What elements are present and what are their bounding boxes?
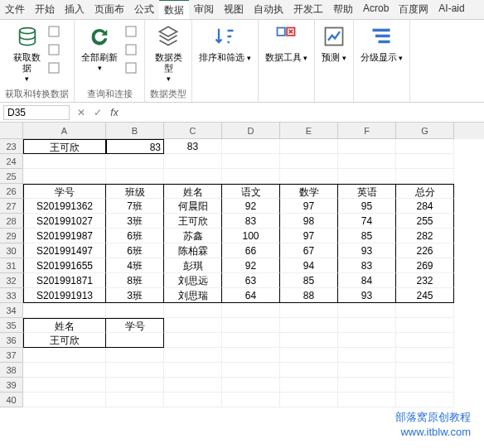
cell-A25[interactable] [23, 169, 106, 184]
cell-D23[interactable] [222, 139, 280, 154]
cell-C24[interactable] [164, 154, 222, 169]
row-header-29[interactable]: 29 [0, 229, 23, 243]
cell-G40[interactable] [396, 393, 454, 407]
tab-6[interactable]: 审阅 [189, 0, 219, 19]
formula-input[interactable] [123, 106, 484, 119]
cell-F38[interactable] [338, 363, 396, 378]
cell-B27[interactable]: 7班 [106, 199, 164, 214]
cell-F39[interactable] [338, 378, 396, 393]
cell-E31[interactable]: 94 [280, 258, 338, 273]
cell-B32[interactable]: 8班 [106, 273, 164, 288]
ribbon-small-button[interactable] [123, 41, 139, 58]
cell-A29[interactable]: S201991987 [23, 229, 106, 243]
ribbon-small-button[interactable] [46, 23, 62, 40]
tab-9[interactable]: 开发工 [288, 0, 328, 19]
cell-G38[interactable] [396, 363, 454, 378]
col-header-A[interactable]: A [23, 123, 106, 139]
name-box[interactable] [3, 105, 70, 120]
cell-B34[interactable] [106, 303, 164, 318]
row-header-35[interactable]: 35 [0, 318, 23, 333]
cell-C36[interactable] [164, 333, 222, 348]
cell-F27[interactable]: 95 [338, 199, 396, 214]
cell-A37[interactable] [23, 348, 106, 363]
tab-2[interactable]: 插入 [60, 0, 90, 19]
fx-icon[interactable]: fx [106, 107, 123, 118]
row-header-28[interactable]: 28 [0, 214, 23, 229]
cell-B30[interactable]: 6班 [106, 243, 164, 258]
cell-D34[interactable] [222, 303, 280, 318]
row-header-27[interactable]: 27 [0, 199, 23, 214]
tab-7[interactable]: 视图 [219, 0, 249, 19]
cell-D33[interactable]: 64 [222, 288, 280, 303]
tab-5[interactable]: 数据 [159, 0, 189, 19]
cell-A40[interactable] [23, 393, 106, 407]
cell-F37[interactable] [338, 348, 396, 363]
cell-F40[interactable] [338, 393, 396, 407]
datatype-button[interactable]: 数据类 型 ▾ [153, 23, 184, 86]
row-header-39[interactable]: 39 [0, 378, 23, 393]
cell-D27[interactable]: 92 [222, 199, 280, 214]
cell-E30[interactable]: 67 [280, 243, 338, 258]
row-header-30[interactable]: 30 [0, 243, 23, 258]
row-header-38[interactable]: 38 [0, 363, 23, 378]
cell-E37[interactable] [280, 348, 338, 363]
cell-D24[interactable] [222, 154, 280, 169]
cell-B36[interactable] [106, 333, 164, 348]
forecast-button[interactable]: 预测 ▾ [320, 23, 348, 65]
cell-F23[interactable] [338, 139, 396, 154]
cell-E25[interactable] [280, 169, 338, 184]
col-header-F[interactable]: F [338, 123, 396, 139]
cell-F25[interactable] [338, 169, 396, 184]
cell-C25[interactable] [164, 169, 222, 184]
cell-A28[interactable]: S201991027 [23, 214, 106, 229]
cell-G34[interactable] [396, 303, 454, 318]
ribbon-small-button[interactable] [46, 41, 62, 58]
row-header-23[interactable]: 23 [0, 139, 23, 154]
cell-D37[interactable] [222, 348, 280, 363]
cell-C35[interactable] [164, 318, 222, 333]
cell-A27[interactable]: S201991362 [23, 199, 106, 214]
cell-C28[interactable]: 王可欣 [164, 214, 222, 229]
cell-C26[interactable]: 姓名 [164, 184, 222, 199]
cell-E40[interactable] [280, 393, 338, 407]
cell-G23[interactable] [396, 139, 454, 154]
ribbon-small-button[interactable] [46, 60, 62, 76]
cell-D30[interactable]: 66 [222, 243, 280, 258]
cell-D28[interactable]: 83 [222, 214, 280, 229]
col-header-D[interactable]: D [222, 123, 280, 139]
cell-E33[interactable]: 88 [280, 288, 338, 303]
tab-1[interactable]: 开始 [30, 0, 60, 19]
row-header-31[interactable]: 31 [0, 258, 23, 273]
cell-C38[interactable] [164, 363, 222, 378]
cell-C23[interactable]: 83 [164, 139, 222, 154]
cell-E28[interactable]: 98 [280, 214, 338, 229]
refresh-button[interactable]: 全部刷新 ▾ [80, 23, 119, 75]
col-header-G[interactable]: G [396, 123, 454, 139]
cell-B26[interactable]: 班级 [106, 184, 164, 199]
row-header-25[interactable]: 25 [0, 169, 23, 184]
cell-C27[interactable]: 何晨阳 [164, 199, 222, 214]
tab-8[interactable]: 自动执 [249, 0, 288, 19]
cell-D35[interactable] [222, 318, 280, 333]
cell-B25[interactable] [106, 169, 164, 184]
row-header-37[interactable]: 37 [0, 348, 23, 363]
cell-G39[interactable] [396, 378, 454, 393]
cell-G35[interactable] [396, 318, 454, 333]
cell-A23[interactable]: 王可欣 [23, 139, 106, 154]
cell-G37[interactable] [396, 348, 454, 363]
cell-G26[interactable]: 总分 [396, 184, 454, 199]
cell-A33[interactable]: S201991913 [23, 288, 106, 303]
cell-F33[interactable]: 93 [338, 288, 396, 303]
row-header-32[interactable]: 32 [0, 273, 23, 288]
tab-4[interactable]: 公式 [129, 0, 159, 19]
cell-F35[interactable] [338, 318, 396, 333]
cell-B37[interactable] [106, 348, 164, 363]
cell-D40[interactable] [222, 393, 280, 407]
col-header-B[interactable]: B [106, 123, 164, 139]
cell-A32[interactable]: S201991871 [23, 273, 106, 288]
col-header-E[interactable]: E [280, 123, 338, 139]
col-header-C[interactable]: C [164, 123, 222, 139]
cell-D29[interactable]: 100 [222, 229, 280, 243]
cell-G28[interactable]: 255 [396, 214, 454, 229]
cell-G24[interactable] [396, 154, 454, 169]
